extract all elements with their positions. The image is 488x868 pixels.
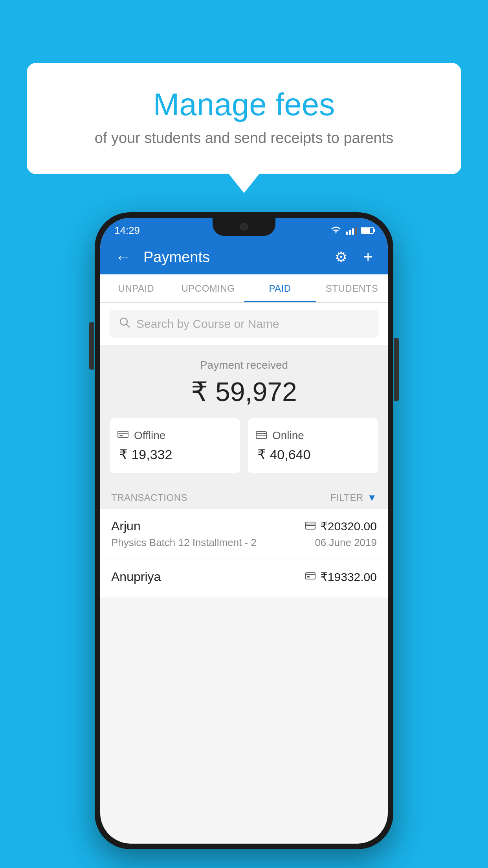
filter-button[interactable]: FILTER ▼	[330, 492, 377, 503]
phone-container: 14:29	[95, 212, 393, 849]
tab-students[interactable]: STUDENTS	[316, 274, 388, 302]
offline-amount: ₹ 19,332	[117, 447, 232, 462]
status-time: 14:29	[114, 224, 140, 237]
search-box[interactable]: Search by Course or Name	[110, 310, 378, 338]
offline-card: Offline ₹ 19,332	[110, 418, 240, 473]
settings-button[interactable]: ⚙	[332, 246, 350, 268]
svg-rect-13	[307, 576, 310, 577]
transaction-date: 06 June 2019	[315, 537, 377, 549]
notch	[213, 218, 275, 236]
transaction-row[interactable]: Arjun ₹20320.00 Physics Batch 1	[100, 509, 388, 559]
phone-outer: 14:29	[95, 212, 393, 849]
tab-unpaid[interactable]: UNPAID	[100, 274, 172, 302]
svg-rect-2	[118, 431, 128, 438]
payment-total: ₹ 59,972	[110, 376, 378, 407]
transaction-amount-wrap: ₹20320.00	[305, 519, 377, 533]
search-icon	[119, 317, 130, 331]
online-card: Online ₹ 40,640	[248, 418, 378, 473]
search-placeholder: Search by Course or Name	[136, 317, 279, 331]
add-button[interactable]: +	[360, 245, 376, 270]
search-container: Search by Course or Name	[100, 303, 388, 345]
online-icon	[256, 430, 267, 442]
transactions-label: TRANSACTIONS	[111, 492, 187, 503]
online-label: Online	[272, 429, 304, 442]
payment-summary: Payment received ₹ 59,972	[100, 345, 388, 484]
tab-paid[interactable]: PAID	[244, 274, 316, 302]
transactions-header: TRANSACTIONS FILTER ▼	[100, 484, 388, 509]
transaction-name: Arjun	[111, 519, 141, 533]
card-payment-icon	[305, 520, 316, 532]
payment-label: Payment received	[110, 359, 378, 371]
transaction-amount-wrap: ₹19332.00	[305, 570, 377, 584]
transaction-amount: ₹19332.00	[320, 570, 377, 584]
tabs-bar: UNPAID UPCOMING PAID STUDENTS	[100, 274, 388, 303]
offline-label: Offline	[134, 429, 165, 442]
back-button[interactable]: ←	[112, 245, 134, 269]
app-title: Payments	[143, 249, 322, 266]
svg-line-1	[127, 324, 129, 327]
payment-cards: Offline ₹ 19,332	[110, 418, 378, 473]
bubble-title: Manage fees	[58, 86, 430, 123]
camera	[240, 223, 248, 231]
phone-screen: 14:29	[100, 218, 388, 844]
transaction-row[interactable]: Anupriya ₹19332.00	[100, 559, 388, 598]
status-icons	[330, 226, 374, 235]
speech-bubble-container: Manage fees of your students and send re…	[27, 63, 461, 174]
online-amount: ₹ 40,640	[256, 447, 371, 462]
svg-rect-11	[306, 573, 315, 579]
signal-icon	[346, 226, 357, 235]
transaction-name: Anupriya	[111, 570, 161, 584]
wifi-icon	[330, 226, 342, 235]
tab-upcoming[interactable]: UPCOMING	[172, 274, 244, 302]
filter-label: FILTER	[330, 492, 363, 503]
battery-icon	[361, 227, 374, 234]
offline-icon	[117, 430, 128, 442]
offline-payment-icon	[305, 571, 316, 583]
svg-rect-4	[119, 435, 123, 436]
transaction-amount: ₹20320.00	[320, 519, 377, 533]
filter-icon: ▼	[367, 492, 377, 503]
transaction-course: Physics Batch 12 Installment - 2	[111, 537, 257, 549]
app-bar: ← Payments ⚙ +	[100, 240, 388, 274]
speech-bubble: Manage fees of your students and send re…	[27, 63, 461, 174]
bubble-subtitle: of your students and send receipts to pa…	[58, 130, 430, 147]
